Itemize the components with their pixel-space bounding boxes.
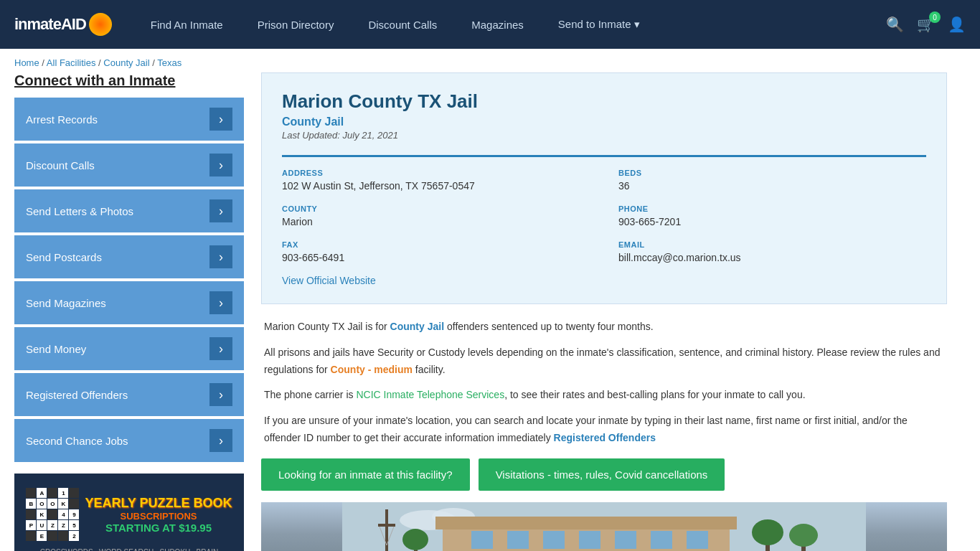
nav-right-icons: 🔍 🛒 0 👤 bbox=[886, 16, 966, 33]
county-medium-link[interactable]: County - medium bbox=[331, 364, 413, 375]
svg-point-29 bbox=[402, 529, 428, 550]
sidebar-item-label: Send Letters & Photos bbox=[26, 205, 133, 217]
svg-rect-9 bbox=[471, 531, 493, 549]
sidebar-item-label: Send Postcards bbox=[26, 251, 102, 263]
cart-icon[interactable]: 🛒 0 bbox=[917, 16, 935, 33]
facility-content: Marion County TX Jail County Jail Last U… bbox=[261, 72, 947, 551]
svg-point-25 bbox=[752, 519, 783, 545]
registered-offenders-link[interactable]: Registered Offenders bbox=[554, 432, 656, 443]
sidebar-item-label: Registered Offenders bbox=[26, 389, 128, 401]
official-website-link[interactable]: View Official Website bbox=[282, 275, 376, 286]
sidebar-item-discount-calls[interactable]: Discount Calls › bbox=[14, 143, 244, 187]
desc-paragraph-4: If you are unsure of your inmate's locat… bbox=[264, 413, 944, 447]
phone-label: PHONE bbox=[618, 204, 926, 213]
facility-description: Marion County TX Jail is for County Jail… bbox=[261, 319, 947, 447]
sidebar-item-label: Discount Calls bbox=[26, 159, 95, 171]
breadcrumb-county-jail[interactable]: County Jail bbox=[103, 57, 149, 68]
logo-text: inmateAID bbox=[14, 15, 86, 34]
arrow-icon: › bbox=[209, 199, 232, 222]
ad-title: YEARLY PUZZLE BOOK bbox=[85, 496, 232, 511]
phone-block: PHONE 903-665-7201 bbox=[618, 204, 926, 227]
facility-last-updated: Last Updated: July 21, 2021 bbox=[282, 130, 926, 141]
visitations-button[interactable]: Visitations - times, rules, Covid cancel… bbox=[479, 458, 725, 491]
ncic-link[interactable]: NCIC Inmate Telephone Services bbox=[356, 389, 504, 400]
address-block: ADDRESS 102 W Austin St, Jefferson, TX 7… bbox=[282, 169, 590, 192]
ad-small-text: CROSSWORDS · WORD SEARCH · SUDOKU · BRAI… bbox=[26, 548, 232, 551]
beds-block: BEDS 36 bbox=[618, 169, 926, 192]
sidebar-item-label: Send Magazines bbox=[26, 297, 106, 309]
navbar: inmateAID Find An Inmate Prison Director… bbox=[0, 0, 980, 49]
sidebar-item-send-money[interactable]: Send Money › bbox=[14, 327, 244, 370]
cart-badge: 0 bbox=[929, 11, 941, 23]
advertisement: A1 BOOK K49 PUZZ5 E2 YEARLY PUZZLE BOOK … bbox=[14, 474, 244, 551]
sidebar-item-label: Second Chance Jobs bbox=[26, 435, 128, 447]
sidebar-items: Arrest Records › Discount Calls › Send L… bbox=[14, 98, 244, 462]
fax-block: FAX 903-665-6491 bbox=[282, 240, 590, 263]
nav-prison-directory[interactable]: Prison Directory bbox=[240, 0, 352, 49]
user-icon[interactable]: 👤 bbox=[948, 16, 966, 33]
nav-magazines[interactable]: Magazines bbox=[454, 0, 541, 49]
desc-paragraph-3: The phone carrier is NCIC Inmate Telepho… bbox=[264, 387, 944, 404]
action-buttons: Looking for an inmate at this facility? … bbox=[261, 458, 947, 491]
arrow-icon: › bbox=[209, 154, 232, 176]
address-value: 102 W Austin St, Jefferson, TX 75657-054… bbox=[282, 180, 590, 192]
svg-rect-11 bbox=[543, 531, 565, 549]
svg-point-27 bbox=[789, 524, 818, 547]
svg-rect-14 bbox=[651, 531, 672, 549]
email-block: EMAIL bill.mccay@co.marion.tx.us bbox=[618, 240, 926, 263]
facility-card: Marion County TX Jail County Jail Last U… bbox=[261, 72, 947, 304]
search-icon[interactable]: 🔍 bbox=[886, 16, 904, 33]
nav-send-to-inmate[interactable]: Send to Inmate ▾ bbox=[541, 0, 657, 49]
find-inmate-button[interactable]: Looking for an inmate at this facility? bbox=[261, 458, 470, 491]
sidebar-title: Connect with an Inmate bbox=[14, 72, 244, 89]
svg-rect-12 bbox=[579, 531, 600, 549]
arrow-icon: › bbox=[209, 429, 232, 452]
main-layout: Connect with an Inmate Arrest Records › … bbox=[0, 72, 961, 551]
phone-value: 903-665-7201 bbox=[618, 216, 926, 227]
sidebar-item-label: Send Money bbox=[26, 343, 86, 355]
county-jail-link-1[interactable]: County Jail bbox=[390, 321, 444, 332]
building-svg bbox=[261, 502, 947, 551]
logo[interactable]: inmateAID bbox=[14, 13, 112, 36]
sidebar-item-registered-offenders[interactable]: Registered Offenders › bbox=[14, 373, 244, 416]
ad-subtitle: SUBSCRIPTIONS bbox=[85, 511, 232, 522]
desc-paragraph-2: All prisons and jails have Security or C… bbox=[264, 344, 944, 379]
puzzle-grid: A1 BOOK K49 PUZZ5 E2 bbox=[26, 488, 79, 541]
arrow-icon: › bbox=[209, 108, 232, 131]
arrow-icon: › bbox=[209, 337, 232, 360]
address-label: ADDRESS bbox=[282, 169, 590, 177]
desc-paragraph-1: Marion County TX Jail is for County Jail… bbox=[264, 319, 944, 336]
svg-rect-13 bbox=[615, 531, 636, 549]
breadcrumb-state[interactable]: Texas bbox=[157, 57, 182, 68]
breadcrumb-all-facilities[interactable]: All Facilities bbox=[47, 57, 96, 68]
county-value: Marion bbox=[282, 216, 590, 227]
nav-discount-calls[interactable]: Discount Calls bbox=[351, 0, 454, 49]
email-label: EMAIL bbox=[618, 240, 926, 249]
sidebar-item-send-letters[interactable]: Send Letters & Photos › bbox=[14, 189, 244, 232]
sidebar-item-second-chance-jobs[interactable]: Second Chance Jobs › bbox=[14, 419, 244, 462]
beds-value: 36 bbox=[618, 180, 926, 192]
facility-info-grid: ADDRESS 102 W Austin St, Jefferson, TX 7… bbox=[282, 155, 926, 263]
breadcrumb: Home / All Facilities / County Jail / Te… bbox=[0, 49, 980, 72]
facility-type: County Jail bbox=[282, 116, 926, 128]
email-value: bill.mccay@co.marion.tx.us bbox=[618, 252, 926, 263]
fax-value: 903-665-6491 bbox=[282, 252, 590, 263]
sidebar-item-arrest-records[interactable]: Arrest Records › bbox=[14, 98, 244, 141]
facility-name: Marion County TX Jail bbox=[282, 90, 926, 113]
county-block: COUNTY Marion bbox=[282, 204, 590, 227]
arrow-icon: › bbox=[209, 291, 232, 314]
facility-image bbox=[261, 502, 947, 551]
sidebar: Connect with an Inmate Arrest Records › … bbox=[14, 72, 244, 551]
svg-rect-15 bbox=[687, 531, 708, 549]
beds-label: BEDS bbox=[618, 169, 926, 177]
sidebar-item-send-postcards[interactable]: Send Postcards › bbox=[14, 235, 244, 278]
nav-links: Find An Inmate Prison Directory Discount… bbox=[133, 0, 886, 49]
logo-icon bbox=[89, 13, 112, 36]
nav-find-inmate[interactable]: Find An Inmate bbox=[133, 0, 240, 49]
breadcrumb-home[interactable]: Home bbox=[14, 57, 39, 68]
fax-label: FAX bbox=[282, 240, 590, 249]
svg-rect-4 bbox=[378, 524, 395, 527]
arrow-icon: › bbox=[209, 383, 232, 406]
sidebar-item-send-magazines[interactable]: Send Magazines › bbox=[14, 281, 244, 324]
sidebar-item-label: Arrest Records bbox=[26, 113, 98, 126]
